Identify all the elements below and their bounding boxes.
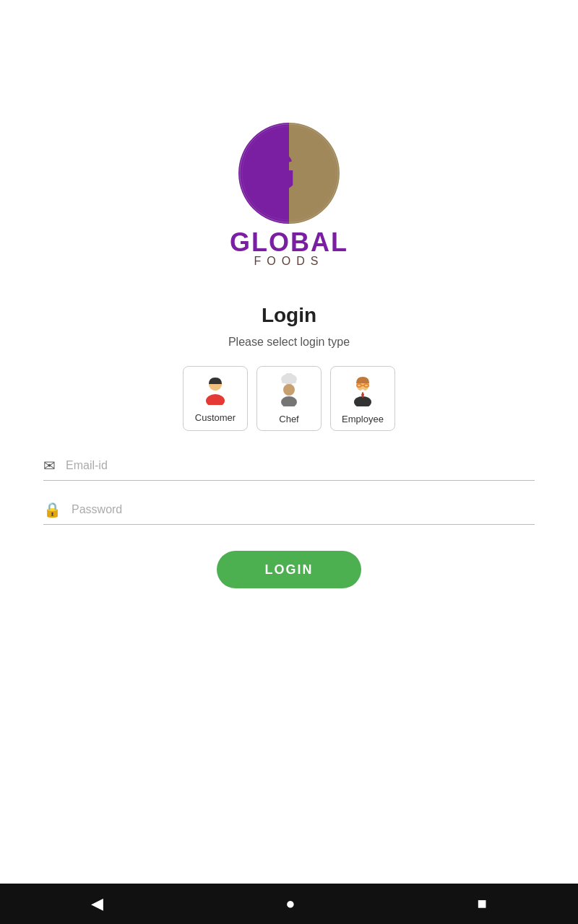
chef-avatar	[274, 373, 304, 411]
employee-label: Employee	[342, 414, 384, 424]
recents-button[interactable]: ■	[478, 894, 487, 913]
email-input-group: ✉	[43, 457, 535, 481]
login-subtitle: Please select login type	[228, 336, 350, 349]
lock-icon: 🔒	[43, 501, 61, 518]
svg-point-11	[281, 396, 297, 406]
login-section: Login Please select login type Customer	[0, 304, 578, 588]
email-icon: ✉	[43, 457, 56, 474]
employee-avatar	[348, 373, 378, 411]
login-type-row: Customer Chef	[183, 366, 395, 431]
svg-text:F: F	[295, 139, 330, 204]
home-button[interactable]: ●	[285, 894, 295, 913]
svg-point-5	[206, 394, 225, 405]
brand-sub: FOODS	[254, 255, 324, 268]
svg-text:G: G	[251, 139, 296, 204]
password-input[interactable]	[72, 503, 535, 516]
login-title: Login	[262, 304, 316, 327]
login-type-employee[interactable]: Employee	[330, 366, 395, 431]
svg-point-10	[283, 384, 295, 396]
back-button[interactable]: ◀	[91, 894, 103, 913]
password-input-group: 🔒	[43, 501, 535, 525]
login-type-customer[interactable]: Customer	[183, 366, 248, 431]
brand-name: GLOBAL	[230, 227, 348, 258]
login-button[interactable]: LOGIN	[217, 551, 361, 588]
main-content: G F GLOBAL FOODS Login Please select log…	[0, 0, 578, 884]
login-type-chef[interactable]: Chef	[256, 366, 322, 431]
logo-graphic: G F	[231, 116, 347, 227]
customer-avatar	[200, 375, 230, 409]
email-input[interactable]	[66, 459, 535, 472]
logo-container: G F GLOBAL FOODS	[230, 116, 348, 268]
bottom-nav-bar: ◀ ● ■	[0, 884, 578, 924]
chef-label: Chef	[279, 414, 298, 424]
customer-label: Customer	[195, 412, 236, 423]
